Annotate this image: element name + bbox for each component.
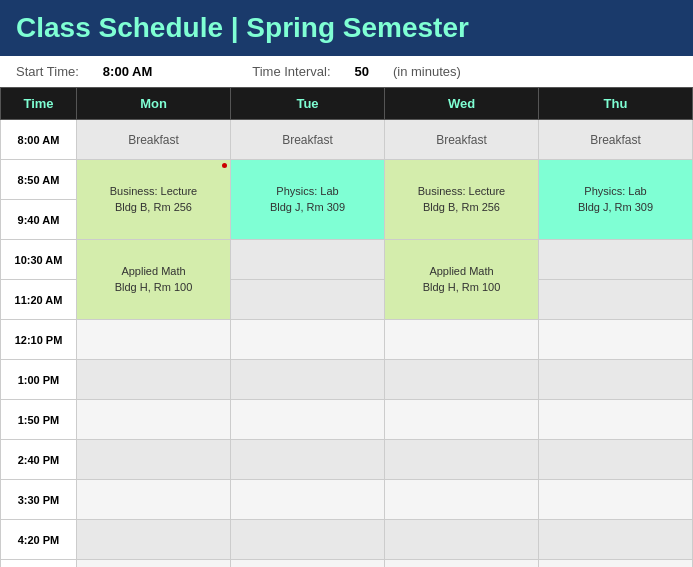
empty-cell xyxy=(538,520,692,560)
empty-cell xyxy=(230,520,384,560)
empty-cell xyxy=(384,400,538,440)
empty-cell xyxy=(76,480,230,520)
empty-cell xyxy=(384,440,538,480)
interval-value: 50 xyxy=(355,64,369,79)
time-cell: 3:30 PM xyxy=(1,480,77,520)
empty-cell xyxy=(230,280,384,320)
interval-label: Time Interval: xyxy=(252,64,330,79)
breakfast-tue: Breakfast xyxy=(230,120,384,160)
empty-cell xyxy=(76,440,230,480)
class-business-mon: Business: LectureBldg B, Rm 256 xyxy=(76,160,230,240)
time-cell: 1:50 PM xyxy=(1,400,77,440)
class-physics-thu: Physics: LabBldg J, Rm 309 xyxy=(538,160,692,240)
breakfast-mon: Breakfast xyxy=(76,120,230,160)
empty-cell xyxy=(538,560,692,568)
time-cell: 8:00 AM xyxy=(1,120,77,160)
empty-cell xyxy=(538,320,692,360)
table-row: 4:20 PM xyxy=(1,520,693,560)
table-row: 1:50 PM xyxy=(1,400,693,440)
col-header-tue: Tue xyxy=(230,88,384,120)
empty-cell xyxy=(76,520,230,560)
empty-cell xyxy=(76,360,230,400)
table-row: 1:00 PM xyxy=(1,360,693,400)
meta-row: Start Time: 8:00 AM Time Interval: 50 (i… xyxy=(0,56,693,87)
page-title: Class Schedule | Spring Semester xyxy=(16,12,677,44)
time-cell: 10:30 AM xyxy=(1,240,77,280)
breakfast-wed: Breakfast xyxy=(384,120,538,160)
empty-cell xyxy=(230,440,384,480)
time-cell: 8:50 AM xyxy=(1,160,77,200)
class-math-mon: Applied MathBldg H, Rm 100 xyxy=(76,240,230,320)
empty-cell xyxy=(384,320,538,360)
interval-unit: (in minutes) xyxy=(393,64,461,79)
empty-cell xyxy=(230,240,384,280)
empty-cell xyxy=(76,320,230,360)
empty-cell xyxy=(230,560,384,568)
time-cell: 1:00 PM xyxy=(1,360,77,400)
time-cell: 5:10 PM xyxy=(1,560,77,568)
empty-cell xyxy=(230,360,384,400)
empty-cell xyxy=(76,400,230,440)
empty-cell xyxy=(538,240,692,280)
time-cell: 12:10 PM xyxy=(1,320,77,360)
empty-cell xyxy=(230,320,384,360)
col-header-wed: Wed xyxy=(384,88,538,120)
empty-cell xyxy=(76,560,230,568)
empty-cell xyxy=(230,400,384,440)
class-math-wed: Applied MathBldg H, Rm 100 xyxy=(384,240,538,320)
header: Class Schedule | Spring Semester xyxy=(0,0,693,56)
breakfast-thu: Breakfast xyxy=(538,120,692,160)
table-row: 8:00 AM Breakfast Breakfast Breakfast Br… xyxy=(1,120,693,160)
empty-cell xyxy=(538,440,692,480)
empty-cell xyxy=(384,360,538,400)
time-cell: 4:20 PM xyxy=(1,520,77,560)
empty-cell xyxy=(538,480,692,520)
col-header-thu: Thu xyxy=(538,88,692,120)
time-cell: 9:40 AM xyxy=(1,200,77,240)
time-cell: 11:20 AM xyxy=(1,280,77,320)
empty-cell xyxy=(538,280,692,320)
class-physics-tue: Physics: LabBldg J, Rm 309 xyxy=(230,160,384,240)
table-header-row: Time Mon Tue Wed Thu xyxy=(1,88,693,120)
table-row: 10:30 AM Applied MathBldg H, Rm 100 Appl… xyxy=(1,240,693,280)
time-cell: 2:40 PM xyxy=(1,440,77,480)
col-header-mon: Mon xyxy=(76,88,230,120)
col-header-time: Time xyxy=(1,88,77,120)
empty-cell xyxy=(384,560,538,568)
empty-cell xyxy=(538,360,692,400)
table-row: 2:40 PM xyxy=(1,440,693,480)
table-row: 3:30 PM xyxy=(1,480,693,520)
empty-cell xyxy=(384,520,538,560)
start-time-value: 8:00 AM xyxy=(103,64,152,79)
class-business-wed: Business: LectureBldg B, Rm 256 xyxy=(384,160,538,240)
table-row: 5:10 PM xyxy=(1,560,693,568)
empty-cell xyxy=(230,480,384,520)
empty-cell xyxy=(538,400,692,440)
start-time-label: Start Time: xyxy=(16,64,79,79)
table-row: 12:10 PM xyxy=(1,320,693,360)
table-row: 8:50 AM Business: LectureBldg B, Rm 256 … xyxy=(1,160,693,200)
empty-cell xyxy=(384,480,538,520)
schedule-table: Time Mon Tue Wed Thu 8:00 AM Breakfast B… xyxy=(0,87,693,567)
